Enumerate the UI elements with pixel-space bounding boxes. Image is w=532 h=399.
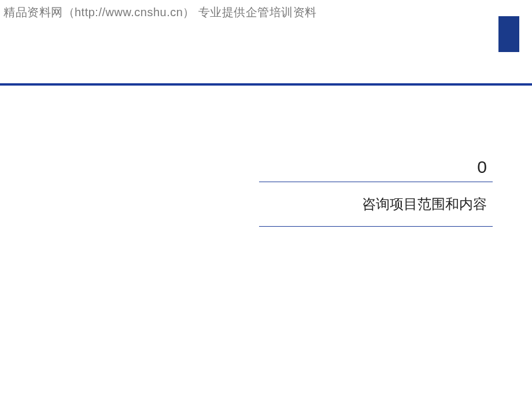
section-divider-bottom [259, 226, 493, 227]
section-header-block: 0 咨询项目范围和内容 [259, 157, 493, 227]
section-number: 0 [259, 157, 493, 177]
section-title: 咨询项目范围和内容 [259, 182, 493, 226]
corner-accent-box [498, 16, 519, 52]
header-divider [0, 83, 532, 86]
watermark-text: 精品资料网（http://www.cnshu.cn） 专业提供企管培训资料 [3, 5, 317, 20]
